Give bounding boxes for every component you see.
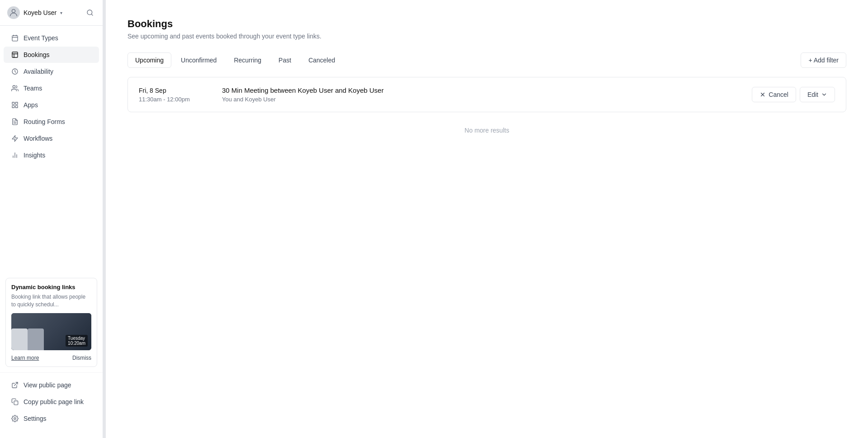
bookings-icon [11, 51, 19, 59]
x-icon [760, 91, 766, 98]
sidebar-item-settings[interactable]: Settings [4, 410, 99, 427]
svg-marker-16 [12, 135, 18, 141]
booking-card: Fri, 8 Sep 11:30am - 12:00pm 30 Min Meet… [127, 77, 846, 112]
sidebar-item-label: Bookings [24, 51, 50, 58]
settings-icon [11, 414, 19, 423]
sidebar-item-label: Availability [24, 68, 53, 75]
booking-title: 30 Min Meeting between Koyeb User and Ko… [222, 86, 741, 94]
tab-canceled[interactable]: Canceled [301, 52, 343, 68]
sidebar-item-insights[interactable]: Insights [4, 147, 99, 163]
dismiss-link[interactable]: Dismiss [72, 355, 91, 361]
svg-rect-11 [15, 102, 18, 105]
sidebar-item-label: Event Types [24, 34, 58, 42]
file-icon [11, 118, 19, 126]
svg-rect-21 [14, 401, 18, 405]
sidebar-item-label: Insights [24, 152, 45, 159]
page-subtitle: See upcoming and past events booked thro… [127, 33, 846, 40]
user-name: Koyeb User [24, 9, 57, 16]
tabs-row: Upcoming Unconfirmed Recurring Past Canc… [127, 52, 846, 68]
sidebar-item-label: Workflows [24, 135, 52, 142]
search-icon [86, 9, 94, 16]
cancel-label: Cancel [769, 91, 788, 98]
user-menu[interactable]: Koyeb User ▾ [7, 6, 62, 19]
sidebar-item-label: Apps [24, 101, 38, 109]
tab-upcoming[interactable]: Upcoming [127, 52, 171, 68]
clock-icon [11, 67, 19, 76]
svg-point-9 [13, 86, 15, 88]
add-filter-label: + Add filter [808, 57, 839, 64]
promo-title: Dynamic booking links [11, 284, 91, 290]
sidebar-bottom: View public page Copy public page link S… [0, 372, 103, 431]
tab-past[interactable]: Past [271, 52, 299, 68]
sidebar-item-label: View public page [24, 381, 71, 389]
main-content: Bookings See upcoming and past events bo… [106, 0, 868, 438]
booking-details: 30 Min Meeting between Koyeb User and Ko… [222, 86, 741, 103]
svg-point-22 [14, 418, 16, 419]
sidebar-item-label: Routing Forms [24, 118, 65, 125]
sidebar-item-label: Copy public page link [24, 398, 84, 405]
svg-line-2 [91, 14, 93, 15]
sidebar-item-bookings[interactable]: Bookings [4, 47, 99, 63]
booking-time: 11:30am - 12:00pm [139, 96, 211, 103]
avatar [7, 6, 20, 19]
users-icon [11, 84, 19, 92]
sidebar: Koyeb User ▾ Event Types Bookings [0, 0, 103, 438]
search-button[interactable] [85, 7, 95, 18]
svg-point-0 [12, 10, 15, 13]
promo-actions: Learn more Dismiss [11, 355, 91, 361]
learn-more-link[interactable]: Learn more [11, 355, 39, 361]
sidebar-item-label: Teams [24, 85, 42, 92]
chevron-down-icon: ▾ [60, 10, 62, 15]
sidebar-item-copy-public-page-link[interactable]: Copy public page link [4, 394, 99, 410]
sidebar-item-label: Settings [24, 415, 47, 422]
edit-booking-button[interactable]: Edit [800, 87, 835, 102]
svg-line-20 [14, 382, 18, 386]
sidebar-item-workflows[interactable]: Workflows [4, 130, 99, 147]
tab-recurring[interactable]: Recurring [226, 52, 269, 68]
svg-rect-7 [12, 52, 18, 57]
sidebar-item-view-public-page[interactable]: View public page [4, 377, 99, 393]
sidebar-item-teams[interactable]: Teams [4, 80, 99, 96]
page-title: Bookings [127, 18, 846, 30]
promo-thumbnail: Tuesday10:20am [11, 313, 91, 350]
svg-rect-12 [15, 105, 18, 108]
booking-date: Fri, 8 Sep [139, 87, 211, 94]
svg-rect-10 [12, 102, 14, 105]
sidebar-item-event-types[interactable]: Event Types [4, 30, 99, 46]
sidebar-item-availability[interactable]: Availability [4, 63, 99, 80]
grid-icon [11, 101, 19, 109]
cancel-booking-button[interactable]: Cancel [752, 87, 796, 102]
no-more-results: No more results [127, 116, 846, 145]
sidebar-item-apps[interactable]: Apps [4, 97, 99, 113]
bar-chart-icon [11, 151, 19, 159]
booking-actions: Cancel Edit [752, 87, 835, 102]
svg-rect-13 [12, 105, 14, 108]
promo-description: Booking link that allows people to quick… [11, 293, 91, 309]
booking-date-time: Fri, 8 Sep 11:30am - 12:00pm [139, 87, 211, 103]
external-link-icon [11, 381, 19, 389]
copy-icon [11, 398, 19, 406]
calendar-icon [11, 34, 19, 42]
booking-participants: You and Koyeb User [222, 96, 741, 103]
sidebar-header: Koyeb User ▾ [0, 0, 103, 26]
tab-unconfirmed[interactable]: Unconfirmed [173, 52, 224, 68]
promo-thumbnail-text: Tuesday10:20am [66, 335, 88, 347]
promo-card: Dynamic booking links Booking link that … [5, 278, 97, 367]
add-filter-button[interactable]: + Add filter [801, 52, 846, 68]
chevron-down-icon [821, 91, 827, 98]
zap-icon [11, 134, 19, 143]
sidebar-item-routing-forms[interactable]: Routing Forms [4, 114, 99, 130]
nav-section: Event Types Bookings Availability Teams [0, 26, 103, 272]
svg-rect-3 [12, 36, 18, 41]
edit-label: Edit [807, 91, 818, 98]
